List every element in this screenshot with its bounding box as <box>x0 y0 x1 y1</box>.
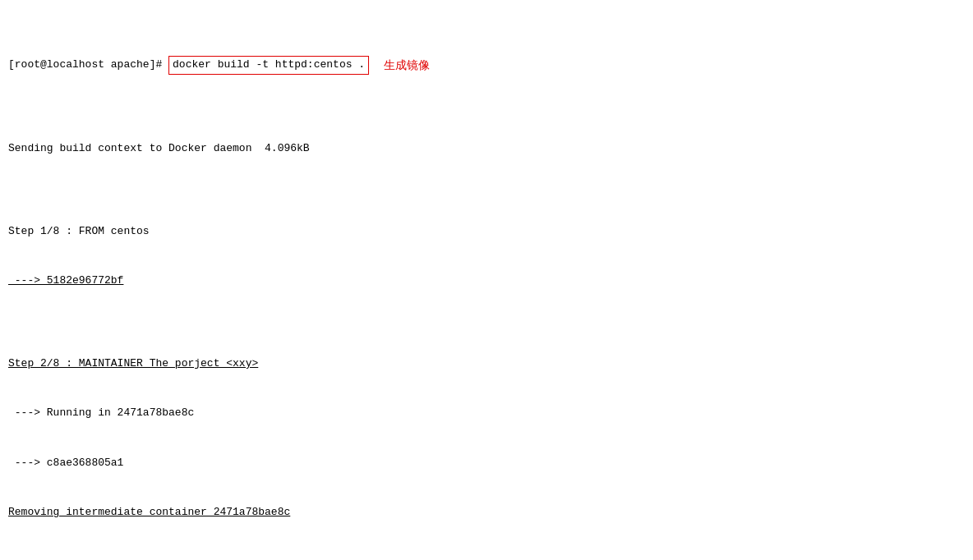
prompt-text: [root@localhost apache]# <box>8 57 168 73</box>
output-line-2: Step 1/8 : FROM centos <box>8 223 965 240</box>
terminal-window: [root@localhost apache]# docker build -t… <box>0 0 973 560</box>
prompt-line: [root@localhost apache]# docker build -t… <box>8 56 965 74</box>
output-line-7: Removing intermediate container 2471a78b… <box>8 504 965 521</box>
output-line-1: Sending build context to Docker daemon 4… <box>8 140 965 157</box>
output-line-5: ---> Running in 2471a78bae8c <box>8 405 965 421</box>
command-box: docker build -t httpd:centos . <box>168 56 369 74</box>
output-line-4: Step 2/8 : MAINTAINER The porject <xxy> <box>8 356 965 372</box>
output-line-3: ---> 5182e96772bf <box>8 273 965 289</box>
output-line-6: ---> c8ae368805a1 <box>8 455 965 471</box>
annotation-build: 生成镜像 <box>384 57 430 75</box>
